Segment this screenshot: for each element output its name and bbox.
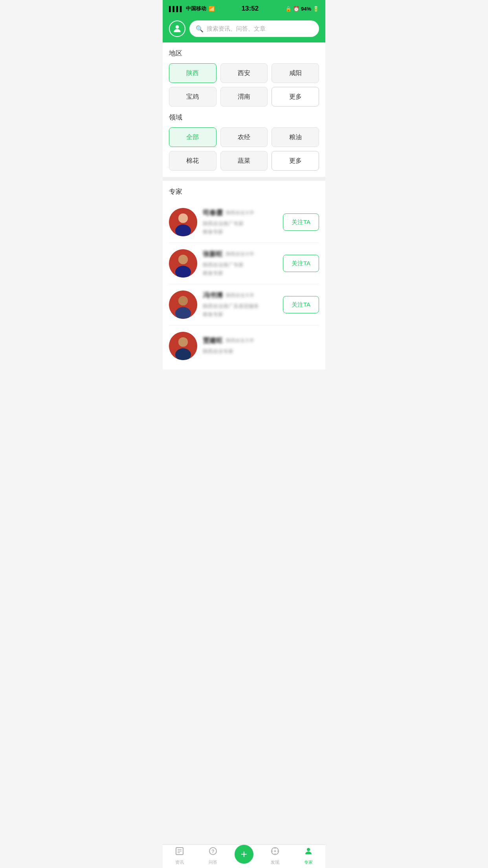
signal-icon: ▌▌▌▌: [169, 6, 183, 12]
search-icon: 🔍: [196, 25, 204, 33]
expert-tag-4: 陕西农业大学: [226, 337, 254, 344]
expert-name-row-1: 司春霞 陕西农业大学: [203, 208, 277, 217]
svg-point-16: [178, 337, 188, 347]
expert-card-4-partial[interactable]: 贾建旺 陕西农业大学 陕西农业专家: [169, 326, 319, 363]
region-btn-more[interactable]: 更多: [272, 87, 319, 107]
alarm-icon: ⏰: [293, 6, 299, 12]
expert-desc-3: 陕西农业推广及基层服务粮食专家: [203, 302, 277, 319]
experts-section-label: 专家: [169, 187, 319, 196]
search-bar[interactable]: 🔍 搜索资讯、问答、文章: [189, 20, 319, 37]
wifi-icon: 📶: [209, 6, 215, 12]
expert-name-4: 贾建旺: [203, 336, 223, 345]
svg-point-8: [178, 255, 188, 264]
expert-avatar-img-3: [169, 291, 197, 319]
expert-avatar-img-1: [169, 208, 197, 236]
battery-label: 94%: [301, 6, 311, 12]
user-avatar[interactable]: [169, 20, 185, 37]
experts-section: 专家 司春霞 陕西农业大学 陕西农业推广专家粮食专家 关注TA: [163, 181, 325, 370]
domain-btn-all[interactable]: 全部: [169, 127, 216, 147]
expert-card-1[interactable]: 司春霞 陕西农业大学 陕西农业推广专家粮食专家 关注TA: [169, 202, 319, 243]
region-filter-grid: 陕西 西安 咸阳 宝鸡 渭南 更多: [169, 63, 319, 107]
domain-btn-more[interactable]: 更多: [272, 151, 319, 171]
header: 🔍 搜索资讯、问答、文章: [163, 17, 325, 42]
region-btn-xianyang[interactable]: 咸阳: [272, 63, 319, 83]
section-divider: [163, 177, 325, 181]
domain-section-label: 领域: [169, 113, 319, 122]
search-placeholder: 搜索资讯、问答、文章: [207, 25, 266, 33]
status-right: 🔒 ⏰ 94% 🔋: [285, 6, 319, 12]
expert-name-row-4: 贾建旺 陕西农业大学: [203, 336, 319, 345]
domain-btn-liangyou[interactable]: 粮油: [272, 127, 319, 147]
expert-card-2[interactable]: 张新旺 陕西农业大学 陕西农业推广专家粮食专家 关注TA: [169, 243, 319, 284]
expert-avatar-4: [169, 332, 197, 360]
expert-name-3: 冯书博: [203, 291, 223, 300]
follow-btn-1[interactable]: 关注TA: [283, 213, 319, 231]
svg-point-12: [178, 296, 188, 305]
region-btn-shaanxi[interactable]: 陕西: [169, 63, 216, 83]
person-icon: [172, 24, 182, 34]
expert-avatar-3: [169, 291, 197, 319]
expert-name-2: 张新旺: [203, 250, 223, 259]
region-btn-baoji[interactable]: 宝鸡: [169, 87, 216, 107]
filter-section: 地区 陕西 西安 咸阳 宝鸡 渭南 更多 领域 全部 农经 粮油 棉花 蔬菜 更…: [163, 42, 325, 177]
expert-desc-4: 陕西农业专家: [203, 348, 319, 356]
expert-tag-1: 陕西农业大学: [226, 210, 254, 216]
expert-name-row-3: 冯书博 陕西农业大学: [203, 291, 277, 300]
follow-btn-3[interactable]: 关注TA: [283, 296, 319, 313]
status-time: 13:52: [242, 5, 259, 13]
follow-btn-2[interactable]: 关注TA: [283, 255, 319, 272]
status-bar: ▌▌▌▌ 中国移动 📶 13:52 🔒 ⏰ 94% 🔋: [163, 0, 325, 17]
lock-icon: 🔒: [285, 6, 292, 12]
region-btn-weinan[interactable]: 渭南: [220, 87, 268, 107]
region-section-label: 地区: [169, 49, 319, 58]
domain-btn-shucai[interactable]: 蔬菜: [220, 151, 268, 171]
expert-avatar-img-4: [169, 332, 197, 360]
expert-desc-1: 陕西农业推广专家粮食专家: [203, 220, 277, 236]
carrier-label: 中国移动: [186, 5, 206, 12]
expert-avatar-2: [169, 249, 197, 278]
expert-name-1: 司春霞: [203, 208, 223, 217]
expert-info-3: 冯书博 陕西农业大学 陕西农业推广及基层服务粮食专家: [203, 291, 277, 319]
domain-btn-mianhua[interactable]: 棉花: [169, 151, 216, 171]
expert-name-row-2: 张新旺 陕西农业大学: [203, 250, 277, 259]
expert-info-4: 贾建旺 陕西农业大学 陕西农业专家: [203, 336, 319, 356]
status-left: ▌▌▌▌ 中国移动 📶: [169, 5, 215, 12]
expert-card-3[interactable]: 冯书博 陕西农业大学 陕西农业推广及基层服务粮食专家 关注TA: [169, 284, 319, 326]
region-btn-xian[interactable]: 西安: [220, 63, 268, 83]
expert-info-2: 张新旺 陕西农业大学 陕西农业推广专家粮食专家: [203, 250, 277, 278]
expert-avatar-img-2: [169, 249, 197, 278]
expert-tag-3: 陕西农业大学: [226, 292, 254, 299]
expert-tag-2: 陕西农业大学: [226, 251, 254, 257]
svg-point-4: [178, 213, 188, 223]
expert-desc-2: 陕西农业推广专家粮食专家: [203, 261, 277, 278]
expert-info-1: 司春霞 陕西农业大学 陕西农业推广专家粮食专家: [203, 208, 277, 236]
battery-icon: 🔋: [313, 6, 319, 12]
domain-filter-grid: 全部 农经 粮油 棉花 蔬菜 更多: [169, 127, 319, 171]
domain-btn-nongjing[interactable]: 农经: [220, 127, 268, 147]
expert-avatar-1: [169, 208, 197, 236]
svg-point-0: [176, 25, 179, 29]
